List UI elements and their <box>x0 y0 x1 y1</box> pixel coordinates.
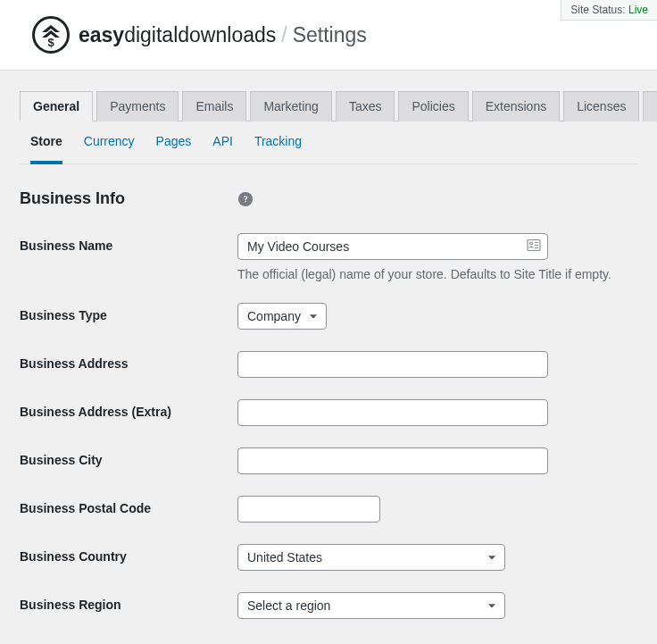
tab-extensions[interactable]: Extensions <box>472 91 560 121</box>
page-header: Site Status: Live $ easydigitaldownloads… <box>0 0 657 71</box>
input-business-name[interactable] <box>237 233 548 260</box>
tab-policies[interactable]: Policies <box>398 91 468 121</box>
row-business-address: Business Address <box>20 351 637 378</box>
row-business-name: Business Name The official (legal) name … <box>20 233 637 281</box>
subtab-store[interactable]: Store <box>30 134 62 164</box>
input-business-postal-code[interactable] <box>237 496 380 523</box>
select-business-region[interactable]: Select a region <box>237 592 505 619</box>
svg-point-7 <box>530 242 533 245</box>
label-business-address-extra: Business Address (Extra) <box>20 399 237 419</box>
row-business-postal-code: Business Postal Code <box>20 496 637 523</box>
label-business-type: Business Type <box>20 303 237 322</box>
site-status-label: Site Status: <box>570 4 625 16</box>
row-business-city: Business City <box>20 447 637 474</box>
primary-tabs: General Payments Emails Marketing Taxes … <box>20 90 637 121</box>
label-business-name: Business Name <box>20 233 237 253</box>
label-business-postal-code: Business Postal Code <box>20 496 237 515</box>
svg-text:$: $ <box>47 36 54 49</box>
subtab-api[interactable]: API <box>212 134 233 164</box>
select-business-country[interactable]: United States <box>237 544 505 571</box>
tab-payments[interactable]: Payments <box>96 91 179 121</box>
section-title: Business Info <box>20 189 237 208</box>
breadcrumb-separator: / <box>281 23 287 47</box>
page-title: Settings <box>293 23 367 47</box>
tab-licenses[interactable]: Licenses <box>563 91 639 121</box>
edd-logo-icon: $ <box>32 16 70 54</box>
row-business-country: Business Country United States <box>20 544 637 571</box>
select-business-type[interactable]: Company <box>237 303 327 330</box>
label-business-city: Business City <box>20 447 237 467</box>
tab-marketing[interactable]: Marketing <box>250 91 331 121</box>
label-business-address: Business Address <box>20 351 237 371</box>
brand-downloads: downloads <box>178 23 276 46</box>
input-business-address[interactable] <box>237 351 548 378</box>
tab-general[interactable]: General <box>20 91 93 121</box>
help-icon[interactable] <box>237 191 254 207</box>
row-business-address-extra: Business Address (Extra) <box>20 399 637 426</box>
settings-content: General Payments Emails Marketing Taxes … <box>0 71 657 644</box>
section-header: Business Info <box>20 189 637 208</box>
brand-easy: easy <box>79 23 124 46</box>
subtab-pages[interactable]: Pages <box>156 134 192 164</box>
secondary-tabs: Store Currency Pages API Tracking <box>20 121 637 164</box>
brand-digital: digital <box>124 23 178 46</box>
label-business-country: Business Country <box>20 544 237 564</box>
row-business-region: Business Region Select a region <box>20 592 637 619</box>
input-business-address-extra[interactable] <box>237 399 548 426</box>
site-status-badge: Site Status: Live <box>561 0 657 21</box>
tab-misc[interactable]: Misc <box>643 91 657 121</box>
row-business-type: Business Type Company <box>20 303 637 330</box>
tab-taxes[interactable]: Taxes <box>336 91 395 121</box>
tab-emails[interactable]: Emails <box>182 91 246 121</box>
subtab-currency[interactable]: Currency <box>84 134 135 164</box>
help-business-name: The official (legal) name of your store.… <box>237 267 637 281</box>
contact-card-icon <box>527 239 541 255</box>
edd-logo-text: easydigitaldownloads <box>79 23 276 47</box>
label-business-region: Business Region <box>20 592 237 612</box>
site-status-value: Live <box>628 4 648 16</box>
subtab-tracking[interactable]: Tracking <box>254 134 302 164</box>
input-business-city[interactable] <box>237 447 548 474</box>
